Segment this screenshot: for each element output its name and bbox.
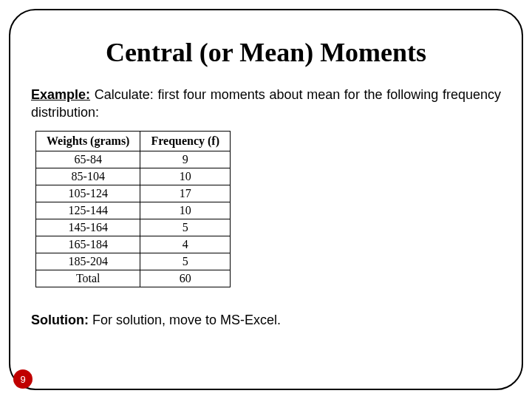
table-row: 105-124 17: [36, 185, 231, 202]
solution-paragraph: Solution: For solution, move to MS-Excel…: [31, 313, 501, 328]
cell-weights: 105-124: [36, 185, 140, 202]
cell-freq: 4: [140, 236, 231, 253]
cell-weights: 85-104: [36, 168, 140, 185]
table-row: Total 60: [36, 270, 231, 287]
page-title: Central (or Mean) Moments: [30, 37, 502, 68]
slide-frame: Central (or Mean) Moments Example: Calcu…: [9, 9, 523, 390]
solution-text: For solution, move to MS-Excel.: [89, 313, 281, 327]
cell-freq: 10: [140, 202, 231, 219]
cell-freq: 5: [140, 219, 231, 236]
example-text: Calculate: first four moments about mean…: [31, 87, 501, 120]
cell-weights: 125-144: [36, 202, 140, 219]
cell-weights: 165-184: [36, 236, 140, 253]
solution-label: Solution:: [31, 313, 89, 327]
table-row: 185-204 5: [36, 253, 231, 270]
table-row: 65-84 9: [36, 151, 231, 168]
frequency-table: Weights (grams) Frequency (f) 65-84 9 85…: [35, 131, 231, 287]
cell-freq: 17: [140, 185, 231, 202]
slide: Central (or Mean) Moments Example: Calcu…: [0, 0, 532, 399]
example-label: Example:: [31, 87, 90, 102]
page-number-badge: 9: [13, 369, 33, 389]
col-header-weights: Weights (grams): [36, 131, 140, 151]
cell-weights: 145-164: [36, 219, 140, 236]
cell-freq: 9: [140, 151, 231, 168]
cell-weights: Total: [36, 270, 140, 287]
table-row: 125-144 10: [36, 202, 231, 219]
table-row: 145-164 5: [36, 219, 231, 236]
page-number: 9: [20, 374, 25, 385]
table-row: 165-184 4: [36, 236, 231, 253]
cell-weights: 65-84: [36, 151, 140, 168]
col-header-frequency: Frequency (f): [140, 131, 231, 151]
example-paragraph: Example: Calculate: first four moments a…: [31, 86, 501, 122]
table-row: 85-104 10: [36, 168, 231, 185]
cell-freq: 10: [140, 168, 231, 185]
cell-weights: 185-204: [36, 253, 140, 270]
cell-freq: 60: [140, 270, 231, 287]
cell-freq: 5: [140, 253, 231, 270]
table-header-row: Weights (grams) Frequency (f): [36, 131, 231, 151]
